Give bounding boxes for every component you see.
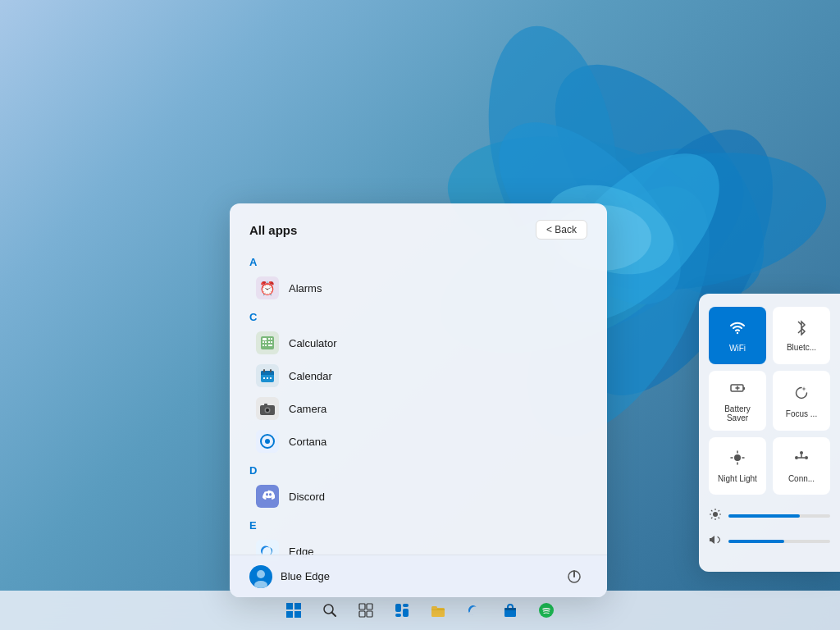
volume-slider[interactable] [728, 540, 830, 543]
svg-rect-69 [286, 611, 293, 618]
wifi-label: WiFi [729, 344, 746, 353]
night-light-label: Night Light [718, 474, 757, 483]
qs-grid: WiFi Bluetc... Battery Saver [709, 307, 830, 495]
svg-point-54 [805, 456, 808, 459]
svg-rect-15 [271, 338, 272, 340]
svg-line-72 [332, 613, 336, 617]
start-menu-footer: Blue Edge [230, 555, 607, 597]
camera-icon [256, 397, 279, 420]
app-item-calendar[interactable]: Calendar [249, 359, 587, 392]
svg-rect-67 [286, 603, 293, 609]
section-letter-c: C [249, 304, 587, 326]
app-name-camera: Camera [289, 403, 326, 415]
wifi-icon [728, 318, 746, 340]
svg-rect-79 [403, 604, 409, 607]
app-name-cortana: Cortana [289, 436, 326, 448]
svg-rect-84 [504, 608, 516, 610]
brightness-row [709, 508, 830, 523]
alarms-icon: ⏰ [256, 276, 279, 299]
app-name-calendar: Calendar [289, 370, 332, 382]
connect-label: Conn... [788, 474, 815, 483]
section-letter-d: D [249, 458, 587, 480]
app-name-alarms: Alarms [289, 282, 322, 294]
taskbar-store-button[interactable] [494, 594, 527, 627]
svg-rect-74 [367, 604, 372, 609]
svg-point-55 [800, 451, 803, 454]
connect-icon [792, 449, 810, 471]
svg-rect-14 [268, 338, 270, 340]
battery-saver-label: Battery Saver [715, 404, 760, 422]
volume-icon [709, 533, 722, 549]
svg-rect-19 [271, 341, 272, 343]
power-button[interactable] [561, 564, 587, 590]
back-button[interactable]: < Back [536, 220, 587, 240]
svg-rect-22 [268, 345, 272, 346]
app-item-cortana[interactable]: Cortana [249, 425, 587, 458]
svg-line-65 [719, 510, 719, 511]
app-item-camera[interactable]: Camera [249, 392, 587, 425]
svg-point-58 [713, 512, 718, 517]
apps-list: A ⏰ Alarms C Calculator Calendar [230, 249, 607, 561]
section-letter-a: A [249, 249, 587, 272]
svg-rect-27 [270, 369, 272, 372]
desktop: All apps < Back A ⏰ Alarms C Calculator [0, 0, 840, 630]
svg-rect-18 [268, 341, 270, 343]
taskbar-fileexplorer-button[interactable] [422, 594, 454, 627]
taskbar-spotify-button[interactable] [530, 594, 563, 627]
svg-line-66 [711, 518, 712, 518]
svg-rect-28 [263, 377, 265, 379]
svg-line-63 [711, 510, 712, 511]
all-apps-title: All apps [249, 223, 297, 237]
taskbar-widgets-button[interactable] [386, 594, 418, 627]
svg-rect-34 [264, 404, 267, 406]
calculator-icon [256, 331, 279, 354]
taskbar-edge-button[interactable] [458, 594, 491, 627]
taskbar-taskview-button[interactable] [349, 594, 382, 627]
svg-point-36 [265, 439, 270, 444]
svg-rect-76 [367, 611, 372, 617]
battery-saver-icon [728, 379, 746, 401]
cortana-icon [256, 430, 279, 453]
svg-rect-20 [262, 345, 264, 346]
app-item-discord[interactable]: Discord [249, 480, 587, 513]
svg-rect-16 [262, 341, 264, 343]
qs-tile-wifi[interactable]: WiFi [709, 307, 766, 364]
app-name-discord: Discord [289, 491, 325, 503]
app-item-calculator[interactable]: Calculator [249, 326, 587, 359]
night-light-icon [728, 449, 746, 471]
user-name: Blue Edge [281, 570, 330, 582]
bluetooth-label: Bluetc... [787, 343, 816, 352]
svg-rect-47 [743, 387, 745, 390]
svg-rect-21 [265, 345, 267, 346]
qs-tile-night-light[interactable]: Night Light [709, 437, 766, 495]
svg-rect-75 [359, 611, 365, 617]
qs-tile-bluetooth[interactable]: Bluetc... [773, 307, 830, 364]
svg-rect-29 [267, 377, 268, 379]
qs-tile-focus[interactable]: Focus ... [773, 371, 830, 431]
svg-point-39 [257, 570, 265, 578]
app-item-alarms[interactable]: ⏰ Alarms [249, 272, 587, 304]
brightness-icon [709, 508, 722, 523]
calendar-icon [256, 364, 279, 387]
taskbar-start-button[interactable] [277, 594, 310, 627]
svg-point-53 [795, 456, 798, 459]
user-info[interactable]: Blue Edge [249, 565, 330, 588]
user-avatar [249, 565, 272, 588]
brightness-slider[interactable] [728, 514, 830, 518]
svg-rect-80 [395, 614, 401, 617]
svg-rect-68 [294, 603, 301, 609]
svg-point-40 [254, 581, 267, 588]
svg-rect-30 [270, 377, 272, 379]
qs-tile-battery-saver[interactable]: Battery Saver [709, 371, 766, 431]
qs-tile-connect[interactable]: Conn... [773, 437, 830, 495]
focus-label: Focus ... [786, 409, 817, 418]
start-menu-header: All apps < Back [230, 203, 607, 249]
svg-line-64 [719, 518, 719, 518]
svg-point-33 [266, 409, 269, 412]
svg-rect-17 [265, 341, 267, 343]
section-letter-e: E [249, 513, 587, 535]
svg-rect-82 [431, 606, 437, 609]
taskbar-search-button[interactable] [313, 594, 346, 627]
app-name-calculator: Calculator [289, 337, 337, 349]
svg-point-43 [737, 332, 738, 334]
